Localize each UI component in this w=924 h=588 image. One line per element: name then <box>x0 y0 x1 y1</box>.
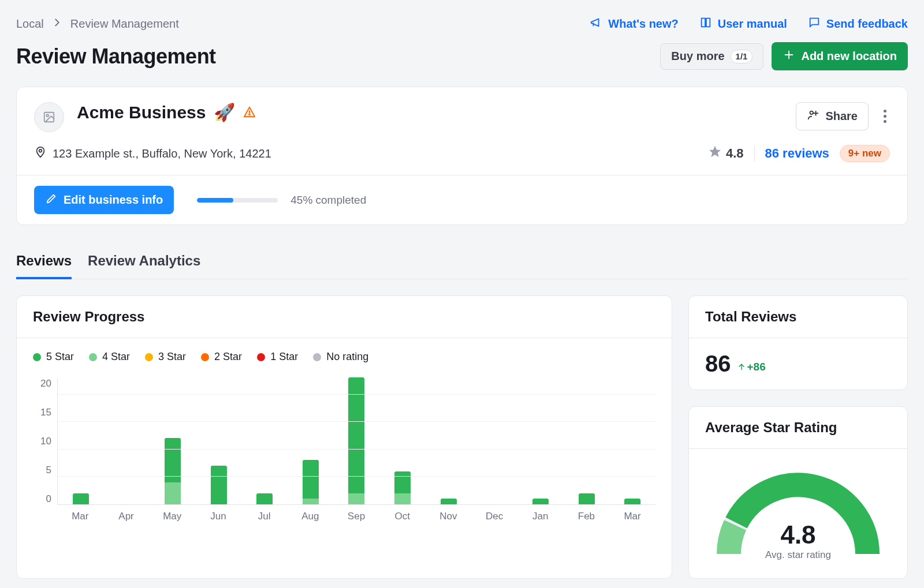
progress-bar <box>197 198 278 203</box>
legend-1star: 1 Star <box>257 351 298 363</box>
bar-jan <box>517 499 564 504</box>
chart-legend: 5 Star 4 Star 3 Star 2 Star 1 Star No ra… <box>33 351 655 363</box>
xlabel: Dec <box>471 511 517 522</box>
tab-review-analytics[interactable]: Review Analytics <box>88 247 200 279</box>
buy-more-button[interactable]: Buy more 1/1 <box>660 43 763 70</box>
book-icon <box>699 16 712 32</box>
xlabel: Feb <box>564 511 610 522</box>
review-progress-chart: 20151050 <box>33 378 655 505</box>
breadcrumb-current: Review Management <box>70 17 179 31</box>
xlabel: Apr <box>103 511 150 522</box>
warning-icon <box>243 103 256 122</box>
feedback-icon <box>808 16 821 32</box>
business-address: 123 Example st., Buffalo, New York, 1422… <box>53 147 271 160</box>
business-card: Acme Business 🚀 Share 123 Example st., B… <box>16 87 908 225</box>
legend-norating: No rating <box>313 351 368 363</box>
whats-new-label: What's new? <box>608 17 678 31</box>
rocket-icon: 🚀 <box>214 102 235 122</box>
star-icon <box>709 145 721 162</box>
xlabel: Oct <box>379 511 426 522</box>
bar-mar <box>58 493 104 504</box>
whats-new-link[interactable]: What's new? <box>590 16 678 32</box>
business-name: Acme Business <box>77 103 206 122</box>
share-label: Share <box>825 110 858 123</box>
svg-point-5 <box>249 114 251 115</box>
total-reviews-value: 86 <box>705 351 731 377</box>
divider <box>754 145 755 162</box>
send-feedback-link[interactable]: Send feedback <box>808 16 908 32</box>
add-location-label: Add new location <box>801 50 897 63</box>
arrow-up-icon <box>737 362 746 372</box>
breadcrumb-root[interactable]: Local <box>16 17 44 31</box>
svg-point-9 <box>39 149 42 152</box>
bar-sep <box>334 377 380 504</box>
bar-aug <box>288 460 334 504</box>
add-location-button[interactable]: Add new location <box>772 42 908 70</box>
rating-value: 4.8 <box>726 146 744 161</box>
legend-4star: 4 Star <box>89 351 130 363</box>
xlabel: Jan <box>517 511 564 522</box>
total-reviews-panel: Total Reviews 86 +86 <box>688 295 908 390</box>
avg-rating-panel: Average Star Rating 4.8 Avg. star rating <box>688 406 908 579</box>
profile-progress: 45% completed <box>197 194 366 207</box>
tabs: Reviews Review Analytics <box>16 247 908 279</box>
legend-5star: 5 Star <box>33 351 74 363</box>
xlabel: Mar <box>609 511 655 522</box>
megaphone-icon <box>590 16 602 32</box>
bar-feb <box>564 493 610 504</box>
rating-display: 4.8 <box>709 145 744 162</box>
edit-business-label: Edit business info <box>64 193 163 207</box>
user-manual-link[interactable]: User manual <box>699 16 787 32</box>
location-pin-icon <box>34 146 47 162</box>
business-thumbnail <box>34 102 64 132</box>
xlabel: Nov <box>426 511 472 522</box>
pencil-icon <box>45 192 58 208</box>
avg-rating-sub: Avg. star rating <box>711 549 885 561</box>
plus-icon <box>783 48 795 64</box>
xlabel: Mar <box>57 511 103 522</box>
total-reviews-delta: +86 <box>737 361 766 373</box>
bar-nov <box>426 499 472 504</box>
total-reviews-title: Total Reviews <box>689 296 907 338</box>
legend-2star: 2 Star <box>201 351 242 363</box>
progress-label: 45% completed <box>290 194 366 207</box>
user-manual-label: User manual <box>718 17 787 31</box>
svg-point-3 <box>46 114 49 117</box>
share-button[interactable]: Share <box>796 102 869 130</box>
xlabel: Aug <box>287 511 333 522</box>
buy-more-label: Buy more <box>671 50 724 63</box>
reviews-count-link[interactable]: 86 reviews <box>765 146 829 161</box>
bar-jul <box>241 493 288 504</box>
review-progress-panel: Review Progress 5 Star 4 Star 3 Star 2 S… <box>16 295 672 579</box>
xlabel: May <box>149 511 195 522</box>
new-reviews-badge: 9+ new <box>840 145 890 162</box>
edit-business-info-button[interactable]: Edit business info <box>34 186 174 214</box>
xlabel: Jun <box>195 511 241 522</box>
send-feedback-label: Send feedback <box>826 17 908 31</box>
share-icon <box>807 108 819 124</box>
review-progress-title: Review Progress <box>17 296 672 338</box>
chevron-right-icon <box>51 16 64 32</box>
buy-more-count: 1/1 <box>731 50 753 63</box>
xlabel: Sep <box>333 511 379 522</box>
bar-jun <box>196 466 242 504</box>
avg-rating-title: Average Star Rating <box>689 407 907 449</box>
progress-fill <box>197 198 233 203</box>
avg-rating-gauge: 4.8 Avg. star rating <box>711 467 885 565</box>
breadcrumb: Local Review Management <box>16 16 179 32</box>
legend-3star: 3 Star <box>145 351 186 363</box>
more-menu-button[interactable] <box>880 106 890 126</box>
svg-marker-10 <box>710 147 720 156</box>
xlabel: Jul <box>241 511 288 522</box>
avg-rating-value: 4.8 <box>711 520 885 549</box>
bar-may <box>150 438 196 504</box>
bar-mar <box>609 499 655 504</box>
svg-point-6 <box>810 111 814 115</box>
page-title: Review Management <box>16 44 216 69</box>
tab-reviews[interactable]: Reviews <box>16 247 72 279</box>
